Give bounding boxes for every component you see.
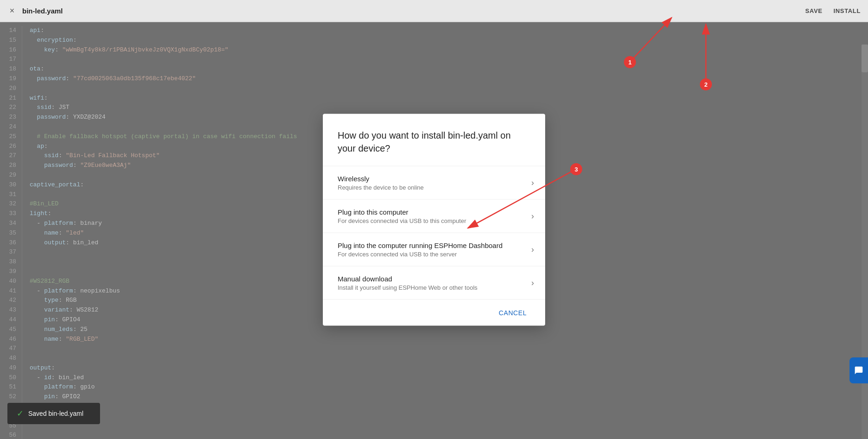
snackbar-check-icon: ✓ — [17, 408, 24, 419]
file-title: bin-led.yaml — [22, 7, 805, 15]
install-button[interactable]: INSTALL — [834, 6, 861, 16]
manual-option[interactable]: Manual download Install it yourself usin… — [323, 266, 545, 299]
plug-computer-option[interactable]: Plug into this computer For devices conn… — [323, 199, 545, 233]
chat-button[interactable] — [849, 357, 868, 383]
wireless-option[interactable]: Wirelessly Requires the device to be onl… — [323, 166, 545, 199]
install-dialog: How do you want to install bin-led.yaml … — [323, 114, 545, 325]
dialog-title: How do you want to install bin-led.yaml … — [323, 128, 545, 165]
wireless-option-subtitle: Requires the device to be online — [338, 184, 528, 191]
top-bar-actions: SAVE INSTALL — [805, 6, 861, 16]
manual-option-text: Manual download Install it yourself usin… — [338, 274, 528, 291]
plug-dashboard-option-title: Plug into the computer running ESPHome D… — [338, 241, 528, 249]
close-button[interactable]: × — [7, 6, 17, 16]
plug-computer-option-subtitle: For devices connected via USB to this co… — [338, 217, 528, 224]
manual-option-title: Manual download — [338, 274, 528, 282]
cancel-button[interactable]: CANCEL — [491, 305, 534, 320]
plug-dashboard-arrow-icon: › — [531, 244, 534, 254]
plug-dashboard-option-text: Plug into the computer running ESPHome D… — [338, 241, 528, 257]
plug-computer-option-text: Plug into this computer For devices conn… — [338, 208, 528, 224]
manual-arrow-icon: › — [531, 278, 534, 287]
top-bar: × bin-led.yaml SAVE INSTALL — [0, 0, 868, 22]
manual-option-subtitle: Install it yourself using ESPHome Web or… — [338, 284, 528, 291]
plug-dashboard-option[interactable]: Plug into the computer running ESPHome D… — [323, 233, 545, 266]
snackbar-message: Saved bin-led.yaml — [28, 410, 83, 417]
wireless-option-text: Wirelessly Requires the device to be onl… — [338, 174, 528, 191]
plug-computer-arrow-icon: › — [531, 211, 534, 221]
dialog-options: Wirelessly Requires the device to be onl… — [323, 165, 545, 299]
plug-dashboard-option-subtitle: For devices connected via USB to the ser… — [338, 250, 528, 257]
plug-computer-option-title: Plug into this computer — [338, 208, 528, 216]
snackbar: ✓ Saved bin-led.yaml — [7, 403, 100, 424]
chat-icon — [854, 366, 863, 375]
wireless-arrow-icon: › — [531, 178, 534, 187]
save-button[interactable]: SAVE — [805, 6, 822, 16]
wireless-option-title: Wirelessly — [338, 174, 528, 182]
dialog-footer: CANCEL — [323, 299, 545, 325]
